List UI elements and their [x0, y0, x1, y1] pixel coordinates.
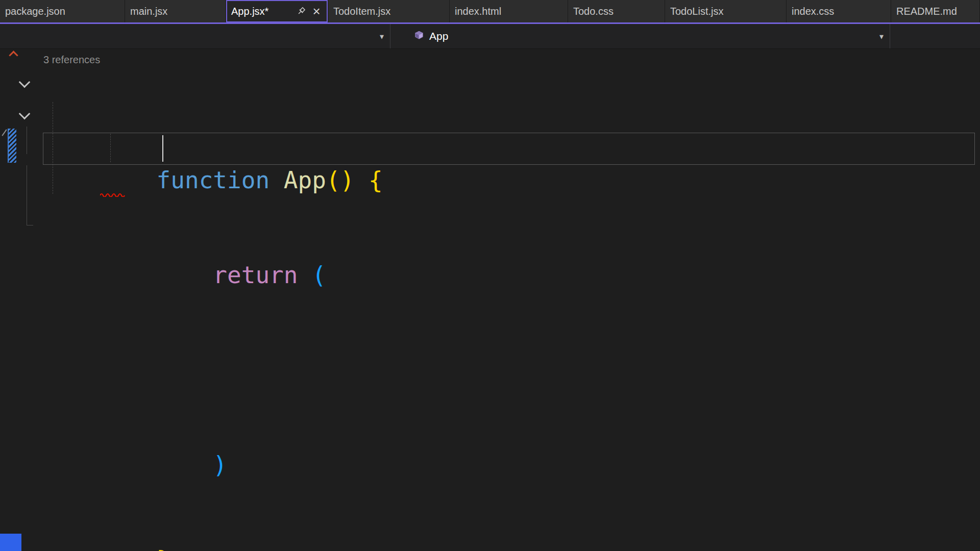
outline-scope-line [27, 165, 27, 225]
navbar-spacer [890, 24, 980, 48]
code-token [157, 451, 213, 479]
tab-index-css[interactable]: index.css [787, 0, 891, 22]
fold-chevron-icon[interactable] [19, 77, 31, 88]
code-token [298, 261, 312, 289]
member-dropdown-value: App [429, 30, 448, 42]
code-token [157, 261, 213, 289]
code-line: } [43, 512, 411, 544]
code-token: { [369, 166, 383, 194]
tab-todolist-jsx[interactable]: TodoList.jsx [665, 0, 787, 22]
chevron-down-icon[interactable]: ▾ [380, 32, 384, 41]
close-glyph: × [312, 5, 320, 17]
type-dropdown[interactable]: ▾ [0, 24, 390, 48]
tab-app-jsx[interactable]: App.jsx* × [226, 0, 328, 22]
chevron-down-icon[interactable]: ▾ [879, 32, 884, 41]
tab-label: TodoItem.jsx [333, 6, 390, 17]
tab-label: index.css [792, 6, 834, 17]
code-line: ) [43, 417, 411, 449]
code-token: } [157, 546, 171, 551]
tab-label: package.json [5, 6, 65, 17]
tab-todo-css[interactable]: Todo.css [568, 0, 665, 22]
code-line: return ( [43, 228, 411, 259]
error-margin-mark [9, 51, 18, 60]
tab-package-json[interactable]: package.json [0, 0, 125, 22]
code-line-current [43, 322, 411, 354]
code-token [270, 166, 284, 194]
navigation-bar: ▾ App ▾ [0, 24, 980, 49]
code-content: function App() { return ( ) } export def… [43, 69, 411, 551]
class-cube-icon [414, 30, 424, 43]
margin-caret-icon [2, 129, 7, 136]
tab-label: main.jsx [130, 6, 167, 17]
tab-bar: package.json main.jsx App.jsx* × Todo [0, 0, 980, 24]
error-squiggle [100, 190, 126, 195]
tab-todoitem-jsx[interactable]: TodoItem.jsx [328, 0, 450, 22]
code-token [354, 166, 369, 194]
outline-scope-tick [27, 225, 33, 226]
tab-label: README.md [896, 6, 957, 17]
code-token: return [213, 261, 298, 289]
status-bar-corner[interactable] [0, 534, 21, 551]
tab-label: index.html [455, 6, 501, 17]
code-editor[interactable]: 3 references function App() { return ( )… [0, 49, 980, 550]
code-token: () [326, 166, 354, 194]
code-line: function App() { [43, 133, 411, 164]
change-indicator [8, 129, 16, 163]
ide-window: package.json main.jsx App.jsx* × Todo [0, 0, 980, 551]
tab-label: TodoList.jsx [670, 6, 724, 17]
fold-chevron-icon[interactable] [19, 108, 31, 120]
code-token: App [284, 166, 326, 194]
close-icon[interactable]: × [310, 5, 323, 17]
code-token: ) [213, 451, 227, 479]
member-dropdown[interactable]: App ▾ [390, 24, 890, 48]
tab-index-html[interactable]: index.html [450, 0, 568, 22]
tab-main-jsx[interactable]: main.jsx [125, 0, 226, 22]
code-token: function [157, 166, 270, 194]
tab-readme-md[interactable]: README.md [891, 0, 980, 22]
pin-icon[interactable] [295, 5, 307, 17]
tab-label: Todo.css [573, 6, 614, 17]
tab-label: App.jsx* [231, 6, 268, 17]
codelens-references[interactable]: 3 references [43, 54, 100, 66]
code-token: ( [312, 261, 326, 289]
outline-scope-line [27, 127, 27, 154]
